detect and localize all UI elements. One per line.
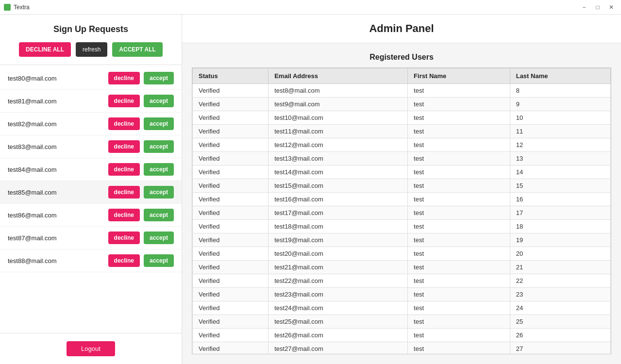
- decline-button[interactable]: decline: [108, 117, 140, 130]
- table-cell: test: [408, 329, 510, 342]
- request-email: test83@mail.com: [8, 143, 104, 150]
- table-cell: Verified: [193, 342, 269, 355]
- table-cell: Verified: [193, 206, 269, 220]
- table-cell: Verified: [193, 247, 269, 261]
- table-cell: test22@mail.com: [269, 274, 408, 288]
- title-bar-left: Textra: [4, 4, 30, 11]
- request-item: test86@mail.comdeclineaccept: [0, 204, 182, 227]
- table-cell: test14@mail.com: [269, 165, 408, 179]
- decline-button[interactable]: decline: [108, 140, 140, 153]
- accept-button[interactable]: accept: [144, 163, 174, 176]
- accept-button[interactable]: accept: [144, 209, 174, 221]
- accept-button[interactable]: accept: [144, 72, 174, 84]
- request-email: test81@mail.com: [8, 98, 104, 105]
- accept-button[interactable]: accept: [144, 95, 174, 107]
- table-cell: 21: [510, 261, 610, 274]
- maximize-button[interactable]: □: [592, 2, 604, 12]
- table-header-cell: Last Name: [510, 68, 610, 84]
- table-cell: test: [408, 98, 510, 111]
- table-cell: test: [408, 84, 510, 98]
- accept-button[interactable]: accept: [144, 140, 174, 153]
- table-cell: 23: [510, 288, 610, 301]
- request-item: test84@mail.comdeclineaccept: [0, 158, 182, 181]
- request-item: test85@mail.comdeclineaccept: [0, 181, 182, 204]
- table-row: Verifiedtest16@mail.comtest16: [193, 193, 611, 206]
- table-cell: Verified: [193, 138, 269, 152]
- logout-button[interactable]: Logout: [67, 341, 115, 356]
- refresh-button[interactable]: refresh: [76, 42, 107, 57]
- table-header-cell: First Name: [408, 68, 510, 84]
- decline-button[interactable]: decline: [108, 163, 140, 176]
- decline-button[interactable]: decline: [108, 232, 140, 244]
- table-cell: Verified: [193, 111, 269, 125]
- request-email: test88@mail.com: [8, 257, 104, 265]
- table-cell: 16: [510, 193, 610, 206]
- table-cell: test17@mail.com: [269, 206, 408, 220]
- table-cell: test: [408, 138, 510, 152]
- table-cell: 8: [510, 84, 610, 98]
- accept-button[interactable]: accept: [144, 117, 174, 130]
- request-email: test85@mail.com: [8, 189, 104, 196]
- decline-button[interactable]: decline: [108, 209, 140, 221]
- table-row: Verifiedtest27@mail.comtest27: [193, 342, 611, 355]
- table-cell: test: [408, 220, 510, 233]
- accept-button[interactable]: accept: [144, 232, 174, 244]
- request-email: test82@mail.com: [8, 120, 104, 128]
- table-cell: test: [408, 206, 510, 220]
- accept-all-button[interactable]: ACCEPT ALL: [112, 42, 163, 57]
- table-row: Verifiedtest25@mail.comtest25: [193, 315, 611, 329]
- table-cell: test27@mail.com: [269, 342, 408, 355]
- table-row: Verifiedtest19@mail.comtest19: [193, 233, 611, 247]
- table-cell: 12: [510, 138, 610, 152]
- table-cell: test18@mail.com: [269, 220, 408, 233]
- table-row: Verifiedtest21@mail.comtest21: [193, 261, 611, 274]
- table-cell: test20@mail.com: [269, 247, 408, 261]
- request-item: test88@mail.comdeclineaccept: [0, 249, 182, 272]
- table-row: Verifiedtest18@mail.comtest18: [193, 220, 611, 233]
- app-name: Textra: [14, 4, 30, 11]
- table-cell: test: [408, 152, 510, 165]
- minimize-button[interactable]: −: [578, 2, 590, 12]
- table-row: Verifiedtest14@mail.comtest14: [193, 165, 611, 179]
- admin-panel-title: Admin Panel: [190, 22, 613, 35]
- decline-button[interactable]: decline: [108, 72, 140, 84]
- table-row: Verifiedtest10@mail.comtest10: [193, 111, 611, 125]
- table-cell: Verified: [193, 84, 269, 98]
- table-cell: test21@mail.com: [269, 261, 408, 274]
- table-cell: test19@mail.com: [269, 233, 408, 247]
- accept-button[interactable]: accept: [144, 186, 174, 199]
- table-cell: 22: [510, 274, 610, 288]
- table-cell: test: [408, 125, 510, 138]
- left-panel: Sign Up Requests DECLINE ALL refresh ACC…: [0, 15, 182, 364]
- table-cell: Verified: [193, 315, 269, 329]
- table-row: Verifiedtest11@mail.comtest11: [193, 125, 611, 138]
- table-cell: 20: [510, 247, 610, 261]
- close-button[interactable]: ✕: [605, 2, 617, 12]
- table-cell: Verified: [193, 193, 269, 206]
- table-cell: Verified: [193, 152, 269, 165]
- table-cell: test26@mail.com: [269, 329, 408, 342]
- table-cell: test16@mail.com: [269, 193, 408, 206]
- request-item: test83@mail.comdeclineaccept: [0, 135, 182, 158]
- action-buttons: DECLINE ALL refresh ACCEPT ALL: [8, 42, 174, 57]
- accept-button[interactable]: accept: [144, 254, 174, 267]
- table-cell: test: [408, 233, 510, 247]
- table-row: Verifiedtest17@mail.comtest17: [193, 206, 611, 220]
- table-cell: test25@mail.com: [269, 315, 408, 329]
- decline-all-button[interactable]: DECLINE ALL: [19, 42, 71, 57]
- request-email: test86@mail.com: [8, 212, 104, 219]
- table-cell: test: [408, 301, 510, 315]
- registered-users-title: Registered Users: [192, 53, 611, 62]
- table-cell: test12@mail.com: [269, 138, 408, 152]
- right-panel-content: Registered Users StatusEmail AddressFirs…: [182, 43, 621, 364]
- table-cell: test: [408, 342, 510, 355]
- table-cell: Verified: [193, 301, 269, 315]
- table-cell: Verified: [193, 288, 269, 301]
- users-table-container[interactable]: StatusEmail AddressFirst NameLast Name V…: [192, 67, 611, 354]
- decline-button[interactable]: decline: [108, 254, 140, 267]
- decline-button[interactable]: decline: [108, 186, 140, 199]
- signup-requests-title: Sign Up Requests: [8, 24, 174, 34]
- table-cell: test8@mail.com: [269, 84, 408, 98]
- table-cell: 27: [510, 342, 610, 355]
- decline-button[interactable]: decline: [108, 95, 140, 107]
